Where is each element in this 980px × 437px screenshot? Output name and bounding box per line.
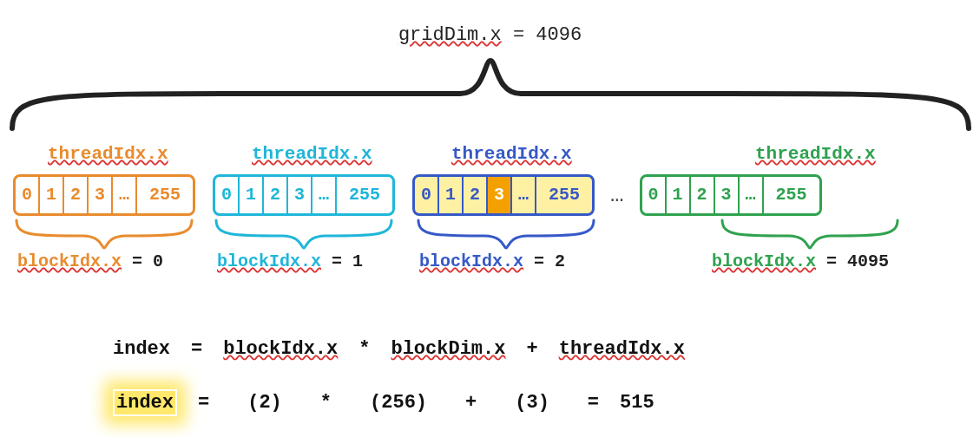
cell: 0 [642, 177, 667, 213]
thread-label-0: threadIdx.x [48, 144, 168, 164]
formula-mul: * [358, 338, 370, 360]
block-idx-label-3: blockIdx.x = 4095 [712, 251, 889, 271]
cell: … [312, 177, 337, 213]
grid-dim-brace [9, 54, 972, 132]
cell: 2 [64, 177, 89, 213]
example-lhs: index [113, 389, 177, 416]
block-brace-2 [415, 217, 597, 251]
cell: 0 [215, 177, 240, 213]
highlighted-cell: 3 [488, 177, 512, 213]
cell: 255 [536, 177, 592, 213]
cell: 3 [89, 177, 113, 213]
cell: … [113, 177, 137, 213]
example-mul: * [320, 392, 332, 414]
block-1: 0 1 2 3 … 255 [213, 174, 395, 216]
block-2: 0 1 2 3 … 255 [412, 174, 595, 216]
formula-example-row: index = (2) * (256) + (3) = 515 [113, 382, 685, 423]
cell: … [512, 177, 536, 213]
block-brace-1 [213, 217, 395, 251]
example-eq: = [198, 392, 209, 414]
cell: 255 [764, 177, 819, 213]
cell: 2 [464, 177, 488, 213]
block-3: 0 1 2 3 … 255 [640, 174, 822, 216]
example-threadidx: (3) [515, 392, 549, 414]
example-eq2: = [588, 392, 599, 414]
block-idx-eq: = [534, 251, 555, 271]
cell: 3 [288, 177, 312, 213]
formula-threadidx: threadIdx.x [559, 338, 685, 360]
block-idx-label-1: blockIdx.x = 1 [217, 251, 363, 271]
grid-dim-eq: = [513, 24, 536, 46]
cell: 255 [337, 177, 392, 213]
cell: 1 [667, 177, 691, 213]
example-result: 515 [620, 392, 654, 414]
block-idx-name: blockIdx.x [217, 251, 321, 271]
index-formula: index = blockIdx.x * blockDim.x + thread… [113, 328, 685, 423]
block-idx-eq: = [132, 251, 153, 271]
cell: 0 [415, 177, 439, 213]
cell: 1 [40, 177, 64, 213]
block-idx-label-0: blockIdx.x = 0 [17, 251, 163, 271]
grid-dim-value: 4096 [536, 24, 582, 46]
blocks-ellipsis: … [610, 182, 624, 208]
block-idx-name: blockIdx.x [17, 251, 122, 271]
cell: 2 [264, 177, 288, 213]
block-brace-3 [719, 217, 901, 251]
cell: 255 [137, 177, 193, 213]
cell: 3 [715, 177, 740, 213]
cell: 1 [240, 177, 264, 213]
formula-plus: + [526, 338, 537, 360]
block-idx-value: 2 [555, 251, 565, 271]
example-blockidx: (2) [247, 392, 282, 414]
cell: 0 [16, 177, 40, 213]
formula-blockdim: blockDim.x [391, 338, 505, 360]
block-idx-eq: = [826, 251, 847, 271]
thread-label-3: threadIdx.x [755, 144, 876, 164]
cell: 1 [439, 177, 464, 213]
block-idx-value: 1 [352, 251, 363, 271]
cell: … [740, 177, 764, 213]
block-idx-name: blockIdx.x [419, 251, 523, 271]
example-plus: + [465, 392, 477, 414]
block-idx-eq: = [332, 251, 352, 271]
block-idx-value: 4095 [847, 251, 889, 271]
grid-dim-name: gridDim.x [398, 24, 502, 46]
block-idx-label-2: blockIdx.x = 2 [419, 251, 565, 271]
cell: 2 [691, 177, 715, 213]
block-idx-value: 0 [153, 251, 163, 271]
block-brace-0 [13, 217, 195, 251]
block-idx-name: blockIdx.x [712, 251, 816, 271]
example-blockdim: (256) [370, 392, 427, 414]
formula-lhs: index [113, 338, 170, 360]
blocks-row: 0 1 2 3 … 255 0 1 2 3 … 255 0 1 2 3 … 25… [13, 173, 968, 217]
block-0: 0 1 2 3 … 255 [13, 174, 195, 216]
formula-symbolic-row: index = blockIdx.x * blockDim.x + thread… [113, 328, 685, 369]
grid-dim-label: gridDim.x = 4096 [0, 24, 980, 46]
thread-label-1: threadIdx.x [252, 144, 372, 164]
formula-eq: = [191, 338, 202, 360]
thread-label-2: threadIdx.x [451, 144, 572, 164]
formula-blockidx: blockIdx.x [223, 338, 338, 360]
